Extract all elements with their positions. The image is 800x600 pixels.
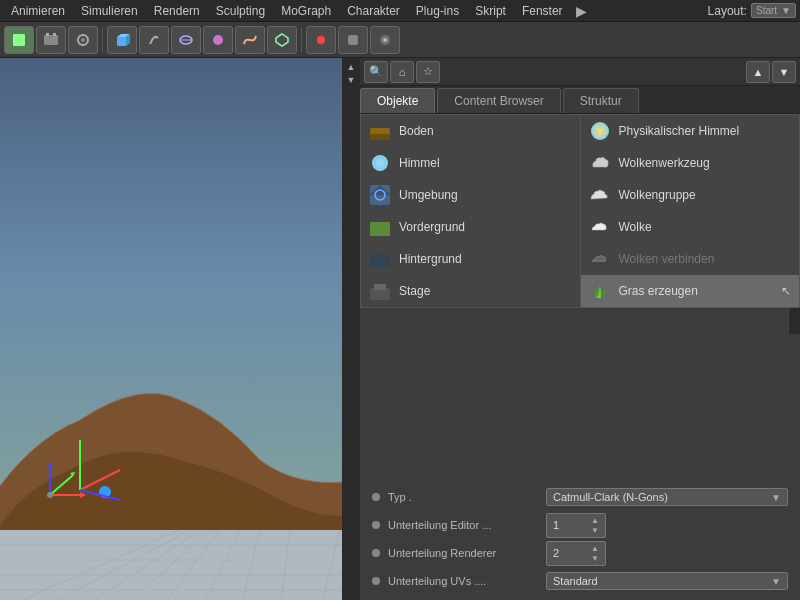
menu-item-boden[interactable]: Boden xyxy=(361,115,580,147)
tool-nurbs[interactable] xyxy=(171,26,201,54)
tool-sphere[interactable] xyxy=(203,26,233,54)
prop-value-uvs[interactable]: Standard ▼ xyxy=(546,572,788,590)
svg-point-16 xyxy=(383,38,387,42)
tool-extra1[interactable] xyxy=(338,26,368,54)
tool-mode2[interactable] xyxy=(36,26,66,54)
tool-extra2[interactable] xyxy=(370,26,400,54)
umgebung-icon xyxy=(369,184,391,206)
gras-erzeugen-label: Gras erzeugen xyxy=(619,284,698,298)
properties-panel: Typ . Catmull-Clark (N-Gons) ▼ Unterteil… xyxy=(360,478,800,600)
sphere-icon xyxy=(210,32,226,48)
rt-star[interactable]: ☆ xyxy=(416,61,440,83)
prop-bullet-renderer xyxy=(372,549,380,557)
rt-scroll-up[interactable]: ▲ xyxy=(746,61,770,83)
menu-simulieren[interactable]: Simulieren xyxy=(74,2,145,20)
menu-item-gras-erzeugen[interactable]: Gras erzeugen ↖ xyxy=(581,275,800,307)
svg-point-5 xyxy=(81,38,85,42)
svg-rect-50 xyxy=(370,222,390,236)
svg-point-11 xyxy=(213,35,223,45)
rt-search[interactable]: 🔍 xyxy=(364,61,388,83)
menu-item-wolke[interactable]: Wolke xyxy=(581,211,800,243)
polygon-icon xyxy=(274,32,290,48)
menu-item-stage[interactable]: Stage xyxy=(361,275,580,307)
tool-polygon[interactable] xyxy=(267,26,297,54)
cursor-indicator: ↖ xyxy=(781,284,791,298)
menu-rendern[interactable]: Rendern xyxy=(147,2,207,20)
menu-fenster[interactable]: Fenster xyxy=(515,2,570,20)
svg-rect-17 xyxy=(0,530,360,600)
wolken-verbinden-icon xyxy=(589,248,611,270)
wolken-verbinden-label: Wolken verbinden xyxy=(619,252,715,266)
menu-animieren[interactable]: Animieren xyxy=(4,2,72,20)
rt-home[interactable]: ⌂ xyxy=(390,61,414,83)
menu-item-cloud-tool[interactable]: Wolkenwerkzeug xyxy=(581,147,800,179)
menu-bar: Animieren Simulieren Rendern Sculpting M… xyxy=(0,0,800,22)
menu-plugins[interactable]: Plug-ins xyxy=(409,2,466,20)
viewport[interactable]: ▲ ▼ xyxy=(0,58,360,600)
prop-label-editor: Unterteilung Editor ... xyxy=(388,519,538,531)
menu-item-hintergrund[interactable]: Hintergrund xyxy=(361,243,580,275)
menu-skript[interactable]: Skript xyxy=(468,2,513,20)
step-up-editor[interactable]: ▲ xyxy=(591,516,599,525)
camera-icon xyxy=(75,32,91,48)
gras-erzeugen-icon xyxy=(589,280,611,302)
prop-value-typ[interactable]: Catmull-Clark (N-Gons) ▼ xyxy=(546,488,788,506)
cloud-group-icon xyxy=(589,184,611,206)
prop-typ-arrow: ▼ xyxy=(771,492,781,503)
himmel-label: Himmel xyxy=(399,156,440,170)
rt-scroll-down[interactable]: ▼ xyxy=(772,61,796,83)
menu-mograph[interactable]: MoGraph xyxy=(274,2,338,20)
tool-spline[interactable] xyxy=(235,26,265,54)
tool-record[interactable] xyxy=(306,26,336,54)
svg-rect-14 xyxy=(348,35,358,45)
layout-dropdown[interactable]: Start ▼ xyxy=(751,3,796,18)
prop-renderer-val: 2 xyxy=(553,547,559,559)
cloud-tool-label: Wolkenwerkzeug xyxy=(619,156,710,170)
prop-bullet-uvs xyxy=(372,577,380,585)
menu-sculpting[interactable]: Sculpting xyxy=(209,2,272,20)
dropdown-menu: Boden Himmel Umgebung xyxy=(360,114,800,308)
svg-rect-6 xyxy=(117,37,126,46)
tool-cube[interactable] xyxy=(107,26,137,54)
hintergrund-icon xyxy=(369,248,391,270)
tool-mode1[interactable] xyxy=(4,26,34,54)
svg-point-54 xyxy=(591,122,609,140)
cloud-group-label: Wolkengruppe xyxy=(619,188,696,202)
extra1-icon xyxy=(345,32,361,48)
tab-objekte[interactable]: Objekte xyxy=(360,88,435,113)
prop-bullet-editor xyxy=(372,521,380,529)
svg-point-47 xyxy=(376,159,384,167)
wolke-label: Wolke xyxy=(619,220,652,234)
svg-line-41 xyxy=(80,470,120,490)
menu-item-vordergrund[interactable]: Vordergrund xyxy=(361,211,580,243)
right-panel: 🔍 ⌂ ☆ ▲ ▼ Objekte Content Browser Strukt… xyxy=(360,58,800,600)
prop-stepper-renderer[interactable]: 2 ▲ ▼ xyxy=(546,541,606,566)
stage-label: Stage xyxy=(399,284,430,298)
menu-item-himmel[interactable]: Himmel xyxy=(361,147,580,179)
prop-uvs-arrow: ▼ xyxy=(771,576,781,587)
stepper-arrows-renderer: ▲ ▼ xyxy=(591,544,599,563)
spline-icon xyxy=(242,32,258,48)
tool-mode3[interactable] xyxy=(68,26,98,54)
svg-rect-3 xyxy=(53,33,56,36)
step-down-editor[interactable]: ▼ xyxy=(591,526,599,535)
record-icon xyxy=(313,32,329,48)
vp-btn2[interactable]: ▼ xyxy=(347,75,356,85)
tab-content-browser[interactable]: Content Browser xyxy=(437,88,560,113)
dropdown-arrow-icon: ▼ xyxy=(781,5,791,16)
menu-item-cloud-group[interactable]: Wolkengruppe xyxy=(581,179,800,211)
menu-item-umgebung[interactable]: Umgebung xyxy=(361,179,580,211)
menu-charakter[interactable]: Charakter xyxy=(340,2,407,20)
vordergrund-icon xyxy=(369,216,391,238)
step-down-renderer[interactable]: ▼ xyxy=(591,554,599,563)
step-up-renderer[interactable]: ▲ xyxy=(591,544,599,553)
vp-btn1[interactable]: ▲ xyxy=(347,62,356,72)
prop-stepper-editor[interactable]: 1 ▲ ▼ xyxy=(546,513,606,538)
menu-item-wolken-verbinden: Wolken verbinden xyxy=(581,243,800,275)
svg-point-13 xyxy=(317,36,325,44)
tool-bend[interactable] xyxy=(139,26,169,54)
menu-item-phys-sky[interactable]: Physikalischer Himmel xyxy=(581,115,800,147)
scene-axes xyxy=(20,390,220,540)
tab-struktur[interactable]: Struktur xyxy=(563,88,639,113)
vordergrund-label: Vordergrund xyxy=(399,220,465,234)
